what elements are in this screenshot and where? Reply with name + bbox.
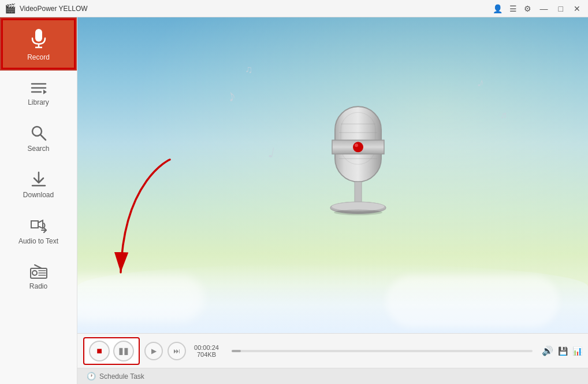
cloud-left: [77, 275, 204, 322]
schedule-label[interactable]: Schedule Task: [99, 372, 144, 381]
menu-icon[interactable]: ☰: [509, 4, 517, 13]
svg-marker-12: [38, 220, 43, 228]
progress-fill: [232, 350, 241, 352]
search-icon: [31, 125, 47, 141]
svg-point-15: [32, 271, 37, 275]
sidebar-item-record[interactable]: Record: [0, 17, 77, 71]
music-note-3: ♩: [267, 144, 276, 161]
player-right-controls: 🔊 💾 📊: [542, 345, 582, 356]
svg-rect-31: [355, 182, 362, 202]
sidebar-item-audio-to-text[interactable]: Audio to Text: [0, 207, 77, 253]
time-elapsed: 00:00:24: [194, 344, 219, 351]
download-track-icon[interactable]: 💾: [558, 346, 568, 356]
library-icon: [31, 81, 47, 95]
titlebar-icons: 👤 ☰ ⚙: [493, 4, 531, 13]
background-area: ♪ ♫ ♩ ♪ ♬: [77, 17, 588, 333]
sidebar-label-library: Library: [28, 98, 49, 106]
equalizer-icon[interactable]: 📊: [572, 346, 582, 356]
download-icon: [31, 171, 46, 187]
sidebar-item-library[interactable]: Library: [0, 71, 77, 115]
sidebar-item-radio[interactable]: Radio: [0, 253, 77, 298]
progress-bar[interactable]: [232, 350, 533, 352]
window-controls: — □ ✕: [537, 3, 583, 14]
sidebar-item-download[interactable]: Download: [0, 161, 77, 207]
file-size: 704KB: [197, 351, 216, 358]
svg-rect-0: [35, 29, 42, 42]
svg-marker-11: [31, 221, 38, 228]
sidebar-label-radio: Radio: [29, 282, 47, 290]
minimize-button[interactable]: —: [537, 3, 551, 14]
titlebar: 🎬 VideoPower YELLOW 👤 ☰ ⚙ — □ ✕: [0, 0, 588, 17]
settings-icon[interactable]: ⚙: [524, 4, 531, 13]
svg-point-34: [334, 209, 382, 215]
maximize-button[interactable]: □: [556, 3, 566, 14]
next-button[interactable]: ⏭: [168, 342, 186, 360]
sidebar-label-record: Record: [27, 53, 50, 61]
transport-controls-box: ■ ▮▮: [83, 337, 140, 365]
record-icon: [30, 29, 47, 50]
sidebar-label-search: Search: [27, 145, 49, 153]
music-note-5: ♬: [500, 110, 507, 120]
sidebar: Record Library Search: [0, 17, 77, 384]
schedule-bar: 🕐 Schedule Task: [77, 368, 588, 384]
radio-icon: [30, 264, 47, 279]
sidebar-label-download: Download: [23, 191, 54, 199]
svg-line-8: [40, 135, 46, 140]
music-note-4: ♪: [475, 75, 486, 91]
player-bar: ■ ▮▮ ▶ ⏭ 00:00:24 704KB 🔊 �: [77, 333, 588, 368]
svg-point-29: [355, 143, 358, 147]
content-area: ♪ ♫ ♩ ♪ ♬: [77, 17, 588, 384]
close-button[interactable]: ✕: [571, 3, 583, 14]
sidebar-item-search[interactable]: Search: [0, 115, 77, 161]
music-note-2: ♫: [245, 64, 253, 76]
time-display: 00:00:24 704KB: [191, 344, 222, 358]
pause-button[interactable]: ▮▮: [113, 341, 134, 361]
play-button[interactable]: ▶: [144, 342, 163, 360]
main-layout: Record Library Search: [0, 17, 588, 384]
svg-point-28: [353, 142, 363, 152]
app-title: VideoPower YELLOW: [20, 5, 493, 13]
app-logo: 🎬: [5, 3, 16, 14]
audio-to-text-icon: [30, 217, 47, 234]
volume-icon[interactable]: 🔊: [542, 345, 553, 356]
stop-button[interactable]: ■: [89, 341, 110, 361]
sidebar-label-audio-to-text: Audio to Text: [18, 237, 58, 245]
music-note-1: ♪: [225, 86, 238, 106]
cloud-right: [386, 275, 559, 327]
schedule-icon: 🕐: [87, 372, 96, 381]
microphone-illustration: [321, 101, 396, 236]
svg-marker-6: [43, 90, 47, 94]
profile-icon[interactable]: 👤: [493, 4, 503, 13]
